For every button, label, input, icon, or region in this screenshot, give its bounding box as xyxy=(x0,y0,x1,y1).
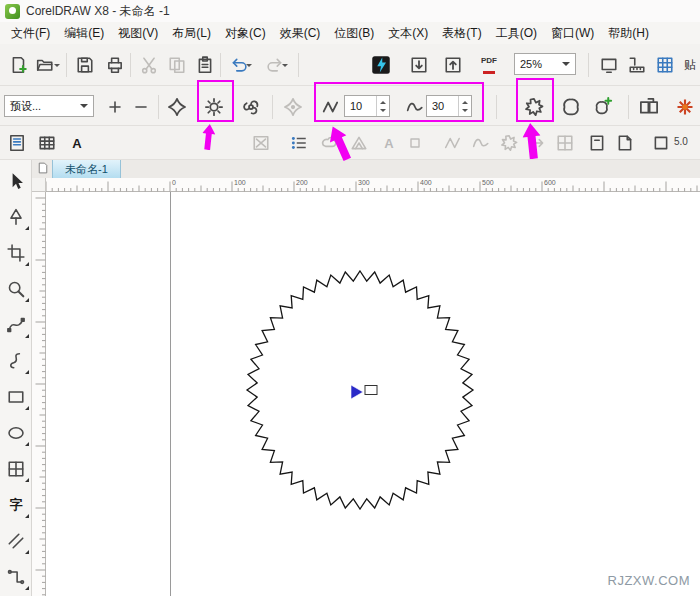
property-bar: 预设... 10 xyxy=(0,86,700,126)
open-dropdown-caret[interactable] xyxy=(52,60,62,72)
preset-caret-icon xyxy=(80,104,88,112)
vertical-ruler-ticks xyxy=(32,192,46,596)
table-grid-icon[interactable] xyxy=(34,130,60,156)
canvas[interactable]: RJZXW.COM xyxy=(46,192,700,596)
twister-distortion-button[interactable] xyxy=(238,94,264,120)
distort-option-arrows-icon[interactable] xyxy=(524,130,550,156)
parallel-dimension-tool[interactable] xyxy=(0,523,32,559)
distort-cursor-box xyxy=(365,386,377,395)
ellipse-tool[interactable] xyxy=(0,415,32,451)
save-button[interactable] xyxy=(72,52,98,78)
print-button[interactable] xyxy=(102,52,128,78)
fullscreen-preview-icon[interactable] xyxy=(596,52,622,78)
paste-button[interactable] xyxy=(192,52,218,78)
push-pull-distortion-button[interactable] xyxy=(164,94,190,120)
graph-paper-tool[interactable] xyxy=(0,451,32,487)
ruler-label: 500 xyxy=(482,179,494,186)
effect-cloud-icon[interactable] xyxy=(316,130,342,156)
toolbar-separator xyxy=(298,53,299,77)
menu-item-help[interactable]: 帮助(H) xyxy=(601,23,656,44)
cut-button[interactable] xyxy=(136,52,162,78)
zipper-distortion-button[interactable] xyxy=(201,94,227,120)
copy-button[interactable] xyxy=(164,52,190,78)
standard-toolbar: PDF 25% 贴 xyxy=(0,44,700,86)
frequency-down-button[interactable] xyxy=(459,106,471,116)
copy-distortion-properties-button[interactable] xyxy=(636,94,662,120)
node-square-icon[interactable] xyxy=(402,130,428,156)
distort-cursor-icon xyxy=(351,385,363,399)
document-tab-active[interactable]: 未命名-1 xyxy=(52,160,121,178)
freehand-tool[interactable] xyxy=(0,307,32,343)
amplitude-up-button[interactable] xyxy=(377,96,389,106)
bullet-list-icon[interactable] xyxy=(286,130,312,156)
random-distortion-button[interactable] xyxy=(521,94,547,120)
font-icon[interactable]: A xyxy=(376,130,402,156)
publish-to-pdf-icon[interactable]: PDF xyxy=(476,52,502,78)
title-bar: CorelDRAW X8 - 未命名 -1 xyxy=(0,0,700,22)
window-title: CorelDRAW X8 - 未命名 -1 xyxy=(26,3,170,20)
menu-item-edit[interactable]: 编辑(E) xyxy=(57,23,111,44)
toolbar-separator xyxy=(220,53,221,77)
text-properties-icon[interactable]: A xyxy=(64,130,90,156)
menu-item-object[interactable]: 对象(C) xyxy=(218,23,273,44)
pick-tool[interactable] xyxy=(0,163,32,199)
effect-peaks-icon[interactable] xyxy=(346,130,372,156)
redo-dropdown-caret[interactable] xyxy=(280,60,290,72)
toolbar-separator xyxy=(130,53,131,77)
ruler-label: 600 xyxy=(544,179,556,186)
amplitude-down-button[interactable] xyxy=(377,106,389,116)
distort-option-star-icon[interactable] xyxy=(496,130,522,156)
zigzag-frequency-spinner[interactable]: 30 xyxy=(426,95,472,117)
menu-item-table[interactable]: 表格(T) xyxy=(435,23,488,44)
app-launcher-icon[interactable] xyxy=(368,52,394,78)
show-grid-icon[interactable] xyxy=(652,52,678,78)
connector-tool[interactable] xyxy=(0,559,32,595)
export-button[interactable] xyxy=(440,52,466,78)
zigzag-amplitude-spinner[interactable]: 10 xyxy=(344,95,390,117)
distort-option-zigzag-icon[interactable] xyxy=(440,130,466,156)
distort-option-wave-icon[interactable] xyxy=(468,130,494,156)
outline-frame-icon[interactable] xyxy=(648,130,674,156)
undo-dropdown-caret[interactable] xyxy=(244,60,254,72)
outline-width-value[interactable]: 5.0 xyxy=(674,136,688,147)
add-preset-button[interactable] xyxy=(102,94,128,120)
center-distortion-button[interactable] xyxy=(280,94,306,120)
zoom-level-combo[interactable]: 25% xyxy=(514,53,576,75)
add-new-distortion-button[interactable] xyxy=(590,94,616,120)
document-page-icon[interactable] xyxy=(4,130,30,156)
coreldraw-window: CorelDRAW X8 - 未命名 -1 文件(F) 编辑(E) 视图(V) … xyxy=(0,0,700,596)
secondary-toolbar: A A xyxy=(0,126,700,160)
menu-item-effects[interactable]: 效果(C) xyxy=(273,23,328,44)
snap-to-button[interactable]: 贴 xyxy=(684,57,696,74)
remove-preset-button[interactable] xyxy=(128,94,154,120)
text-tool[interactable]: 字 xyxy=(0,487,32,523)
menu-item-layout[interactable]: 布局(L) xyxy=(165,23,218,44)
distort-option-grid-icon[interactable] xyxy=(552,130,578,156)
menu-item-tools[interactable]: 工具(O) xyxy=(489,23,544,44)
page-layout-icon-1[interactable] xyxy=(584,130,610,156)
smooth-distortion-button[interactable] xyxy=(558,94,584,120)
menu-item-bitmaps[interactable]: 位图(B) xyxy=(327,23,381,44)
document-tab-bar: 未命名-1 xyxy=(32,160,700,178)
menu-item-view[interactable]: 视图(V) xyxy=(111,23,165,44)
menu-item-file[interactable]: 文件(F) xyxy=(4,23,57,44)
clear-distortion-button[interactable] xyxy=(672,94,698,120)
new-document-button[interactable] xyxy=(6,52,32,78)
zoom-tool[interactable] xyxy=(0,271,32,307)
shape-tool[interactable] xyxy=(0,199,32,235)
toolbar-separator xyxy=(66,53,67,77)
menu-item-text[interactable]: 文本(X) xyxy=(381,23,435,44)
show-rulers-icon[interactable] xyxy=(624,52,650,78)
artistic-media-tool[interactable] xyxy=(0,343,32,379)
zigzag-amplitude-icon xyxy=(318,94,344,120)
crop-tool[interactable] xyxy=(0,235,32,271)
bitmap-placeholder-icon[interactable] xyxy=(248,130,274,156)
drawing-layer xyxy=(46,192,700,596)
import-button[interactable] xyxy=(406,52,432,78)
toolbox: 字 xyxy=(0,160,32,596)
frequency-up-button[interactable] xyxy=(459,96,471,106)
page-layout-icon-2[interactable] xyxy=(612,130,638,156)
preset-list-combo[interactable]: 预设... xyxy=(4,95,94,117)
rectangle-tool[interactable] xyxy=(0,379,32,415)
menu-item-window[interactable]: 窗口(W) xyxy=(544,23,601,44)
